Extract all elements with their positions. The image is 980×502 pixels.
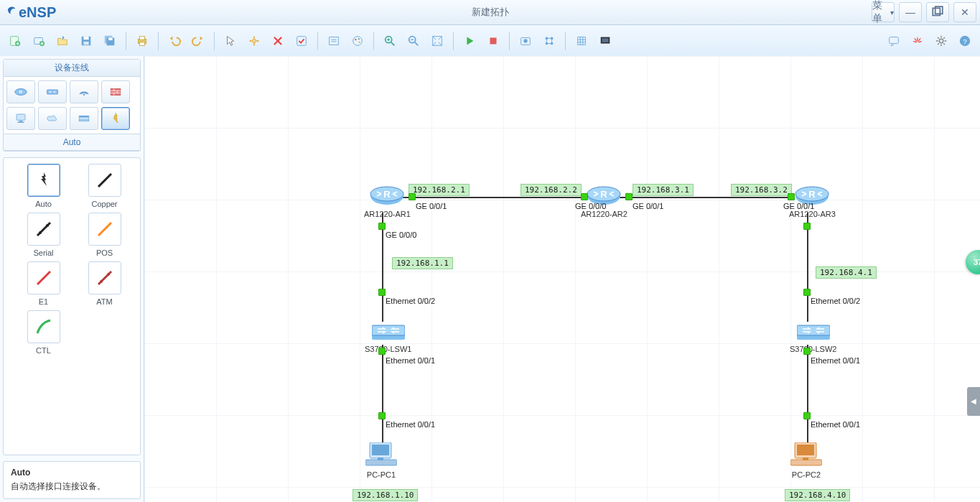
link-pos[interactable]: POS bbox=[76, 213, 133, 257]
window-title: 新建拓扑 bbox=[0, 6, 980, 19]
settings-button[interactable] bbox=[930, 30, 952, 52]
category-module[interactable] bbox=[70, 107, 98, 130]
ip-label[interactable]: 192.168.2.2 bbox=[521, 184, 582, 196]
category-wlan[interactable] bbox=[70, 80, 98, 103]
stop-button[interactable] bbox=[482, 30, 504, 52]
close-button[interactable]: ✕ bbox=[953, 2, 976, 22]
open-button[interactable] bbox=[52, 30, 73, 52]
save-all-button[interactable] bbox=[99, 30, 121, 52]
category-firewall[interactable] bbox=[101, 80, 130, 103]
link-e1[interactable]: E1 bbox=[15, 261, 72, 306]
separator bbox=[317, 32, 318, 50]
huawei-logo-icon[interactable] bbox=[907, 30, 928, 52]
zoom-out-button[interactable] bbox=[403, 30, 424, 52]
collapse-handle[interactable]: ◀ bbox=[967, 387, 980, 416]
ip-label[interactable]: 192.168.4.1 bbox=[816, 266, 877, 279]
start-button[interactable] bbox=[459, 30, 480, 52]
link-serial[interactable]: Serial bbox=[15, 213, 72, 257]
node-label: PC-PC1 bbox=[365, 470, 397, 479]
svg-point-57 bbox=[107, 273, 110, 276]
menu-button[interactable]: 菜 单 ▾ bbox=[872, 2, 895, 22]
link-atm[interactable]: ATM bbox=[76, 261, 133, 306]
svg-line-49 bbox=[98, 174, 111, 187]
link-copper[interactable]: Copper bbox=[76, 164, 133, 208]
print-button[interactable] bbox=[131, 30, 153, 52]
device-sidebar: 设备连线 R Auto Auto Coppe bbox=[0, 56, 144, 502]
minimize-button[interactable]: — bbox=[899, 2, 922, 22]
ip-label[interactable]: 192.168.2.1 bbox=[409, 184, 470, 196]
undo-button[interactable] bbox=[164, 30, 185, 52]
category-cloud[interactable] bbox=[38, 107, 67, 130]
svg-point-27 bbox=[523, 39, 527, 42]
topology-canvas[interactable]: AR1220-AR1AR1220-AR2AR1220-AR3S3700-LSW1… bbox=[144, 56, 980, 502]
port-label: Ethernet 0/0/2 bbox=[811, 297, 860, 305]
ip-label[interactable]: 192.168.1.10 bbox=[353, 489, 418, 501]
link-ctl[interactable]: CTL bbox=[15, 310, 72, 355]
ip-label[interactable]: 192.168.3.2 bbox=[731, 184, 792, 196]
category-router[interactable]: R bbox=[6, 80, 35, 103]
port-status-dot bbox=[378, 412, 386, 419]
desc-title: Auto bbox=[11, 468, 133, 478]
ip-label[interactable]: 192.168.4.10 bbox=[785, 489, 850, 501]
svg-rect-48 bbox=[79, 119, 89, 121]
separator bbox=[509, 32, 510, 50]
save-button[interactable] bbox=[75, 30, 97, 52]
selected-category-label: Auto bbox=[4, 134, 140, 151]
link-auto[interactable]: Auto bbox=[15, 164, 72, 208]
svg-rect-40 bbox=[47, 90, 58, 94]
redo-button[interactable] bbox=[187, 30, 209, 52]
node-label: AR1220-AR3 bbox=[789, 210, 836, 218]
svg-rect-47 bbox=[79, 116, 89, 117]
node-LSW1[interactable]: S3700-LSW1 bbox=[365, 324, 411, 353]
grid-button[interactable] bbox=[571, 30, 592, 52]
main-toolbar: ? bbox=[0, 25, 980, 57]
ip-label[interactable]: 192.168.1.1 bbox=[392, 257, 453, 269]
port-status-dot bbox=[625, 193, 633, 200]
help-button[interactable]: ? bbox=[954, 30, 976, 52]
broom-button[interactable] bbox=[291, 30, 312, 52]
port-label: Ethernet 0/0/2 bbox=[386, 297, 435, 305]
cli-button[interactable] bbox=[538, 30, 560, 52]
category-switch[interactable] bbox=[38, 80, 67, 103]
zoom-fit-button[interactable] bbox=[426, 30, 448, 52]
new-topo-button[interactable] bbox=[4, 30, 26, 52]
svg-text:?: ? bbox=[963, 37, 967, 45]
topology-links-layer bbox=[144, 56, 980, 502]
pointer-button[interactable] bbox=[220, 30, 241, 52]
sidebar-title: 设备连线 bbox=[4, 60, 140, 77]
topology-canvas-shell: AR1220-AR1AR1220-AR2AR1220-AR3S3700-LSW1… bbox=[144, 56, 980, 502]
category-pc[interactable] bbox=[6, 107, 35, 130]
delete-button[interactable] bbox=[267, 30, 289, 52]
node-label: S3700-LSW2 bbox=[790, 345, 836, 353]
port-status-dot bbox=[788, 193, 795, 200]
node-PC2[interactable]: PC-PC2 bbox=[790, 442, 822, 479]
palette-button[interactable] bbox=[347, 30, 368, 52]
new-project-button[interactable] bbox=[28, 30, 50, 52]
node-PC1[interactable]: PC-PC1 bbox=[365, 442, 397, 479]
port-label: Ethernet 0/0/1 bbox=[386, 356, 435, 365]
node-label: AR1220-AR1 bbox=[364, 210, 411, 218]
port-status-dot bbox=[378, 348, 386, 355]
ip-label[interactable]: 192.168.3.1 bbox=[633, 184, 694, 196]
feedback-button[interactable] bbox=[883, 30, 905, 52]
link-type-list[interactable]: Auto Copper Serial POS E1 bbox=[4, 158, 140, 455]
svg-rect-45 bbox=[18, 122, 24, 124]
svg-rect-42 bbox=[111, 89, 121, 96]
text-button[interactable] bbox=[323, 30, 345, 52]
svg-line-53 bbox=[98, 223, 111, 236]
zoom-in-button[interactable] bbox=[379, 30, 401, 52]
svg-rect-25 bbox=[490, 38, 497, 45]
node-LSW2[interactable]: S3700-LSW2 bbox=[790, 324, 836, 353]
category-link[interactable] bbox=[101, 107, 130, 130]
pan-button[interactable] bbox=[243, 30, 265, 52]
capture-button[interactable] bbox=[515, 30, 536, 52]
titlebar: eNSP 新建拓扑 菜 单 ▾ — ✕ bbox=[0, 0, 980, 25]
display-mode-button[interactable] bbox=[594, 30, 616, 52]
node-AR1[interactable]: AR1220-AR1 bbox=[364, 186, 411, 218]
port-status-dot bbox=[581, 193, 588, 200]
port-label: GE 0/0/1 bbox=[633, 202, 663, 210]
node-label: S3700-LSW1 bbox=[365, 345, 411, 353]
port-status-dot bbox=[378, 223, 386, 230]
canvas-scroll[interactable]: AR1220-AR1AR1220-AR2AR1220-AR3S3700-LSW1… bbox=[144, 56, 980, 502]
maximize-button[interactable] bbox=[926, 2, 949, 22]
